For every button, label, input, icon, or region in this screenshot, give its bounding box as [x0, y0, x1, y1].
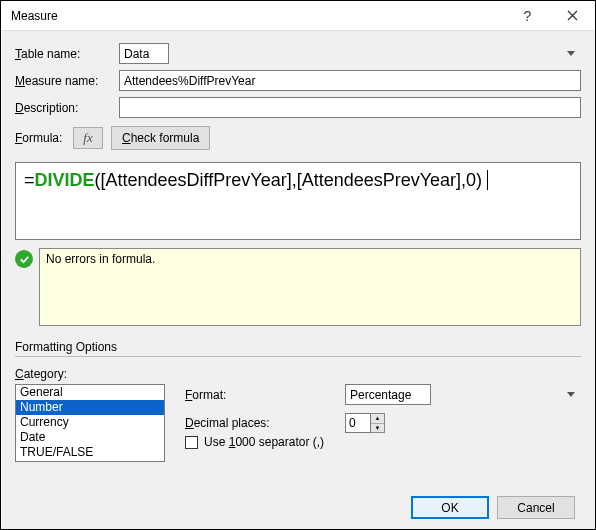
description-label: Description: [15, 101, 119, 115]
format-select[interactable]: Percentage [345, 384, 431, 405]
table-name-select[interactable]: Data [119, 43, 169, 64]
close-button[interactable] [550, 1, 595, 31]
formula-function: DIVIDE [35, 170, 95, 190]
formula-args: ([AttendeesDiffPrevYear],[AttendeesPrevY… [95, 170, 483, 190]
text-cursor [482, 170, 488, 190]
formula-input[interactable]: =DIVIDE([AttendeesDiffPrevYear],[Attende… [15, 162, 581, 240]
description-input[interactable] [119, 97, 581, 118]
status-message-box: No errors in formula. [39, 248, 581, 326]
list-item[interactable]: Number [16, 400, 164, 415]
spinner-up[interactable]: ▲ [371, 414, 384, 424]
decimal-places-input[interactable] [345, 413, 371, 433]
formula-prefix: = [24, 170, 35, 190]
check-formula-button[interactable]: Check formula [111, 126, 210, 150]
titlebar: Measure ? [1, 1, 595, 31]
spinner-down[interactable]: ▼ [371, 424, 384, 433]
ok-button[interactable]: OK [411, 496, 489, 519]
thousand-separator-label: Use 1000 separator (,) [204, 435, 324, 449]
category-label: Category: [15, 367, 67, 381]
measure-name-input[interactable] [119, 70, 581, 91]
list-item[interactable]: Currency [16, 415, 164, 430]
list-item[interactable]: General [16, 385, 164, 400]
decimal-places-spinner[interactable]: ▲ ▼ [371, 413, 385, 433]
cancel-button[interactable]: Cancel [497, 496, 575, 519]
list-item[interactable]: TRUE/FALSE [16, 445, 164, 460]
close-icon [567, 10, 578, 21]
fx-button[interactable]: fx [73, 127, 103, 149]
measure-name-label: Measure name: [15, 74, 119, 88]
list-item[interactable]: Date [16, 430, 164, 445]
format-label: Format: [185, 388, 345, 402]
thousand-separator-checkbox[interactable] [185, 436, 198, 449]
window-title: Measure [11, 9, 505, 23]
table-name-label: Table name: [15, 47, 119, 61]
help-button[interactable]: ? [505, 1, 550, 31]
formatting-options-label: Formatting Options [15, 340, 581, 354]
divider [15, 356, 581, 357]
decimal-places-label: Decimal places: [185, 416, 345, 430]
dialog-content: Table name: Data Measure name: Descripti… [1, 31, 595, 529]
category-listbox[interactable]: General Number Currency Date TRUE/FALSE [15, 384, 165, 462]
status-message: No errors in formula. [46, 252, 155, 266]
formula-label: Formula: [15, 131, 73, 145]
success-icon [15, 250, 33, 268]
